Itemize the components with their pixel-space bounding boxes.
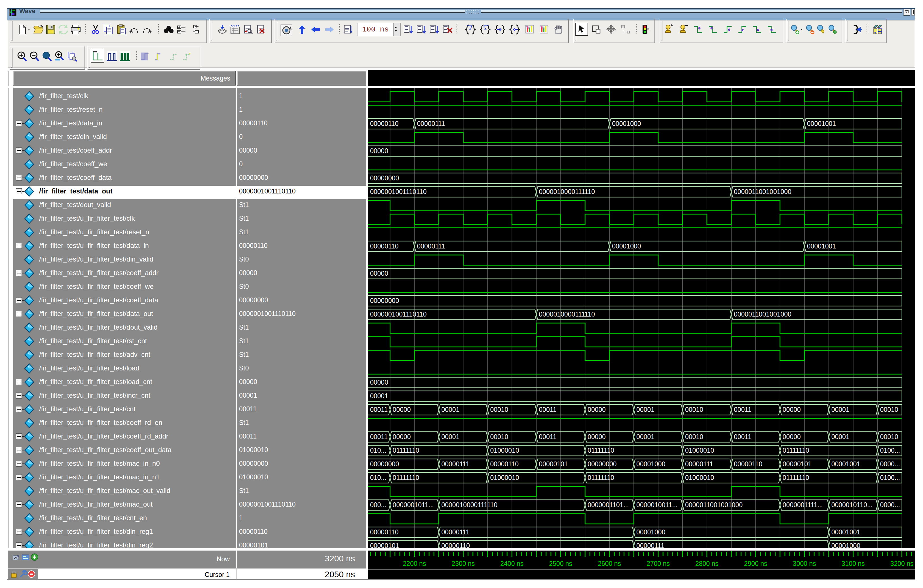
svg-text:00001: 00001 [636, 406, 654, 413]
svg-text:00000111: 00000111 [685, 460, 713, 468]
svg-text:00000: 00000 [370, 147, 388, 154]
svg-text:01000010: 01000010 [490, 447, 519, 454]
svg-text:01000010: 01000010 [685, 474, 714, 481]
svg-text:0000001101...: 0000001101... [588, 501, 629, 509]
svg-text:00001001: 00001001 [807, 243, 836, 250]
svg-text:0000011001001000: 0000011001001000 [685, 501, 742, 509]
svg-text:00000111: 00000111 [636, 542, 664, 548]
svg-text:00000101: 00000101 [783, 460, 811, 468]
svg-text:01111110: 01111110 [393, 447, 419, 454]
svg-text:01000010: 01000010 [490, 474, 519, 481]
svg-text:2500 ns: 2500 ns [549, 560, 572, 567]
svg-text:00001: 00001 [636, 433, 654, 440]
svg-text:01111110: 01111110 [393, 474, 419, 481]
svg-text:00011: 00011 [734, 406, 751, 413]
svg-text:00000000: 00000000 [370, 297, 399, 304]
svg-text:2400 ns: 2400 ns [500, 560, 524, 567]
svg-text:00000101: 00000101 [370, 542, 399, 548]
svg-text:01111110: 01111110 [588, 447, 614, 454]
svg-text:00001000: 00001000 [612, 120, 641, 127]
svg-text:00001: 00001 [370, 392, 388, 400]
svg-text:00000111: 00000111 [417, 120, 445, 127]
svg-text:3200 ns: 3200 ns [890, 560, 914, 567]
svg-text:2200 ns: 2200 ns [403, 560, 426, 567]
svg-text:00010: 00010 [685, 406, 703, 413]
svg-text:0000010000111110: 0000010000111110 [442, 501, 498, 509]
svg-text:0000010110...: 0000010110... [831, 501, 872, 509]
svg-text:0000010011...: 0000010011... [636, 501, 677, 509]
svg-text:010...: 010... [370, 474, 386, 481]
svg-text:00001000: 00001000 [636, 460, 665, 468]
svg-text:01111110: 01111110 [783, 447, 809, 454]
svg-text:00000110: 00000110 [442, 542, 470, 548]
svg-text:01000010: 01000010 [685, 447, 714, 454]
svg-text:2800 ns: 2800 ns [695, 560, 719, 567]
svg-text:2600 ns: 2600 ns [598, 560, 621, 567]
svg-text:00001: 00001 [831, 433, 849, 440]
svg-text:00000000: 00000000 [588, 460, 616, 468]
svg-text:00000000: 00000000 [370, 174, 399, 182]
svg-text:00001000: 00001000 [636, 529, 665, 536]
svg-text:0000001011...: 0000001011... [393, 501, 434, 509]
svg-text:00000: 00000 [588, 406, 606, 413]
svg-text:0000010000111110: 0000010000111110 [539, 188, 595, 195]
svg-text:00000: 00000 [370, 270, 388, 277]
svg-text:2300 ns: 2300 ns [452, 560, 475, 567]
svg-text:00000: 00000 [783, 433, 801, 440]
svg-text:00010: 00010 [490, 433, 508, 440]
svg-text:2700 ns: 2700 ns [647, 560, 670, 567]
svg-text:00000: 00000 [393, 406, 411, 413]
svg-text:00000101: 00000101 [539, 460, 568, 468]
svg-text:00000111: 00000111 [417, 243, 445, 250]
svg-text:0000011001001000: 0000011001001000 [734, 188, 792, 195]
svg-text:00000110: 00000110 [370, 120, 399, 127]
svg-text:00000111: 00000111 [442, 529, 470, 536]
svg-text:0000...: 0000... [880, 501, 900, 509]
svg-text:00011: 00011 [539, 406, 556, 413]
svg-text:00001001: 00001001 [807, 120, 836, 127]
svg-text:00001001: 00001001 [831, 460, 861, 468]
svg-text:000...: 000... [370, 501, 386, 509]
svg-text:0000...: 0000... [880, 460, 900, 468]
svg-text:00011: 00011 [370, 406, 388, 413]
svg-text:00011: 00011 [370, 433, 388, 440]
svg-text:0000001001110110: 0000001001110110 [370, 188, 427, 195]
svg-text:0100...: 0100... [880, 474, 900, 481]
svg-text:00001: 00001 [442, 406, 460, 413]
svg-text:0000011001001000: 0000011001001000 [734, 310, 792, 318]
svg-text:00011: 00011 [539, 433, 556, 440]
svg-text:00010: 00010 [880, 406, 898, 413]
svg-text:01111110: 01111110 [588, 474, 614, 481]
svg-text:0000001001110110: 0000001001110110 [370, 310, 427, 318]
svg-text:00010: 00010 [685, 433, 703, 440]
svg-text:0000010000111110: 0000010000111110 [539, 310, 595, 318]
svg-text:3100 ns: 3100 ns [842, 560, 865, 567]
svg-text:2900 ns: 2900 ns [744, 560, 767, 567]
svg-text:00011: 00011 [734, 433, 751, 440]
svg-text:0100...: 0100... [880, 447, 900, 454]
svg-text:00000111: 00000111 [442, 460, 470, 468]
svg-text:00000110: 00000110 [370, 243, 399, 250]
svg-text:00000110: 00000110 [370, 529, 399, 536]
svg-text:00010: 00010 [490, 406, 508, 413]
svg-text:01111110: 01111110 [783, 474, 809, 481]
svg-text:00000000: 00000000 [370, 460, 399, 468]
svg-text:00001: 00001 [831, 406, 849, 413]
svg-text:00000: 00000 [370, 379, 388, 386]
svg-text:00001001: 00001001 [831, 529, 861, 536]
svg-text:010...: 010... [370, 447, 386, 454]
svg-text:00000110: 00000110 [734, 460, 762, 468]
svg-text:00010: 00010 [880, 433, 898, 440]
svg-text:00000: 00000 [393, 433, 411, 440]
svg-text:00001: 00001 [442, 433, 460, 440]
svg-text:00000: 00000 [783, 406, 801, 413]
svg-text:00001000: 00001000 [612, 243, 641, 250]
svg-text:0000001111...: 0000001111... [783, 501, 823, 509]
svg-text:00000110: 00000110 [490, 460, 519, 468]
svg-text:00001000: 00001000 [831, 542, 861, 548]
svg-text:00000: 00000 [588, 433, 606, 440]
svg-text:3000 ns: 3000 ns [793, 560, 816, 567]
